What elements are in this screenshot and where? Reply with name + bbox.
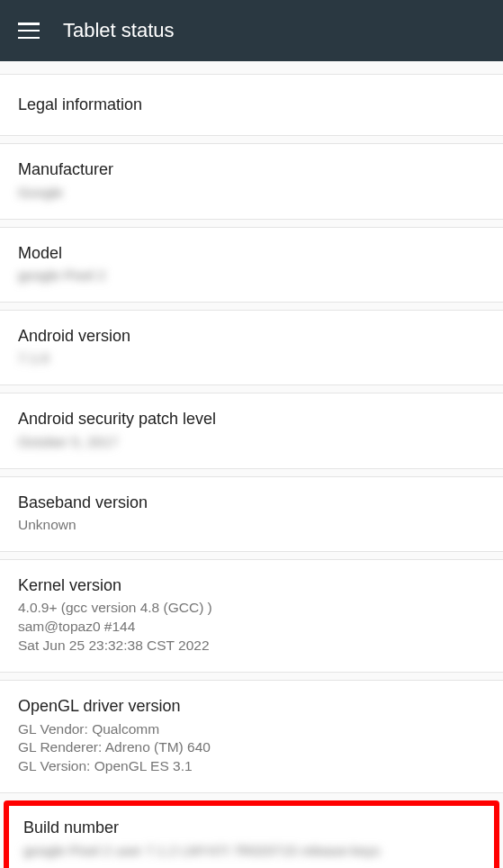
settings-list: Legal information Manufacturer Google Mo… — [0, 61, 503, 868]
highlight-annotation: Build number google Pixel 2 user 7.1.2 L… — [4, 800, 499, 868]
item-value: October 5, 2017 — [18, 433, 485, 452]
item-value: 7.1.0 — [18, 349, 485, 368]
baseband-version-item[interactable]: Baseband version Unknown — [0, 476, 503, 552]
menu-icon[interactable] — [18, 23, 40, 39]
legal-information-item[interactable]: Legal information — [0, 74, 503, 136]
item-value: Unknown — [18, 516, 485, 535]
security-patch-item[interactable]: Android security patch level October 5, … — [0, 393, 503, 468]
item-title: Kernel version — [18, 575, 485, 596]
model-item[interactable]: Model google Pixel 2 — [0, 227, 503, 303]
item-value: Google — [18, 184, 485, 203]
page-title: Tablet status — [63, 19, 175, 42]
item-title: Android security patch level — [18, 409, 485, 429]
item-title: Baseband version — [18, 493, 485, 513]
item-title: Build number — [23, 818, 480, 838]
item-value: google Pixel 2 — [18, 267, 485, 285]
app-header: Tablet status — [0, 0, 503, 61]
item-title: Manufacturer — [18, 159, 485, 180]
item-title: OpenGL driver version — [18, 696, 485, 717]
opengl-version-item[interactable]: OpenGL driver version GL Vendor: Qualcom… — [0, 680, 503, 793]
android-version-item[interactable]: Android version 7.1.0 — [0, 310, 503, 385]
item-title: Model — [18, 243, 485, 264]
item-title: Legal information — [18, 95, 485, 115]
item-value: GL Vendor: Qualcomm GL Renderer: Adreno … — [18, 720, 485, 777]
manufacturer-item[interactable]: Manufacturer Google — [0, 143, 503, 219]
item-title: Android version — [18, 326, 485, 347]
item-value: google Pixel 2 user 7.1.2 LMY47I 7R02071… — [23, 842, 480, 861]
kernel-version-item[interactable]: Kernel version 4.0.9+ (gcc version 4.8 (… — [0, 559, 503, 673]
item-value: 4.0.9+ (gcc version 4.8 (GCC) ) sam@topa… — [18, 599, 485, 656]
build-number-item[interactable]: Build number google Pixel 2 user 7.1.2 L… — [9, 806, 494, 868]
